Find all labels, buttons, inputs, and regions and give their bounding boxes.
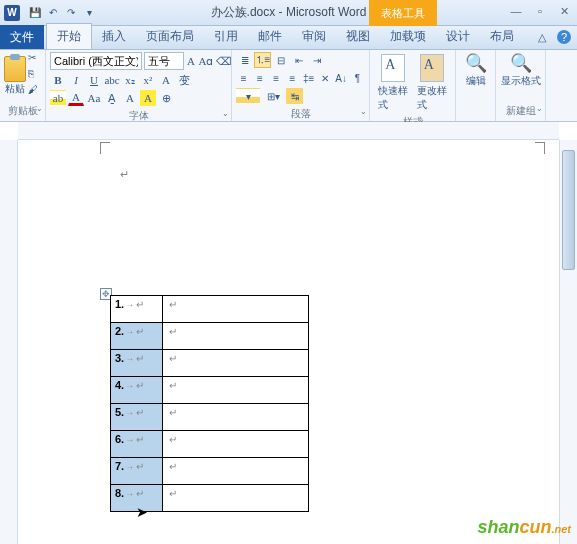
numbering-icon[interactable]: ⒈≡ [254,52,271,68]
horizontal-ruler[interactable] [18,122,559,140]
group-newgroup: 🔍 显示格式 新建组 [496,50,546,121]
strike-button[interactable]: abc [104,72,120,88]
tab-mailings[interactable]: 邮件 [248,24,292,49]
show-format-button[interactable]: 🔍 显示格式 [500,52,541,88]
scrollbar-thumb[interactable] [562,150,575,270]
minimize-ribbon-icon[interactable]: △ [535,30,549,44]
window-title: 办公族.docx - Microsoft Word [211,4,367,21]
redo-icon[interactable]: ↷ [64,6,78,20]
find-icon: 🔍 [465,52,487,74]
tab-insert[interactable]: 插入 [92,24,136,49]
group-paragraph: ≣ ⒈≡ ⊟ ⇤ ⇥ ≡ ≡ ≡ ≡ ‡≡ ✕ A↓ ¶ ▾ ⊞▾ ↹ 段落 [232,50,370,121]
italic-button[interactable]: I [68,72,84,88]
newgroup-label: 新建组 [500,103,541,119]
asian-layout-icon[interactable]: A [140,90,156,106]
paragraph-group-label: 段落 [236,106,365,122]
line-spacing-icon[interactable]: ‡≡ [301,70,316,86]
undo-icon[interactable]: ↶ [46,6,60,20]
quick-styles-label: 快速样式 [378,84,409,112]
quick-styles-icon [381,54,405,82]
multilevel-icon[interactable]: ⊟ [272,52,289,68]
vertical-scrollbar[interactable] [559,140,577,544]
paste-label: 粘贴 [5,82,25,96]
align-right-icon[interactable]: ≡ [269,70,284,86]
tab-view[interactable]: 视图 [336,24,380,49]
underline-button[interactable]: U [86,72,102,88]
circle-char-icon[interactable]: ⊕ [158,90,174,106]
paste-button[interactable]: 粘贴 [4,52,26,100]
find-button[interactable]: 🔍 编辑 [460,52,491,88]
table-row: 4.→↵↵ [111,377,309,404]
copy-icon[interactable]: ⎘ [28,68,42,82]
text-effects-icon[interactable]: A [158,72,174,88]
table-row: 1.→↵↵ [111,296,309,323]
ribbon-tabs: 文件 开始 插入 页面布局 引用 邮件 审阅 视图 加载项 设计 布局 △ ? [0,26,577,50]
tab-home[interactable]: 开始 [46,23,92,49]
list-number: 8. [115,487,124,499]
highlight-icon[interactable]: ab [50,90,66,106]
group-clipboard: 粘贴 ✂ ⎘ 🖌 剪贴板 [0,50,46,121]
table-row: 3.→↵↵ [111,350,309,377]
clear-format-icon[interactable]: ⌫ [216,53,232,69]
quick-styles-button[interactable]: 快速样式 [374,52,413,114]
change-styles-label: 更改样式 [417,84,448,112]
format-painter-icon[interactable]: 🖌 [28,84,42,98]
clipboard-group-label: 剪贴板 [4,103,41,119]
tab-file[interactable]: 文件 [0,25,44,49]
list-number: 1. [115,298,124,310]
increase-indent-icon[interactable]: ⇥ [308,52,325,68]
superscript-button[interactable]: x² [140,72,156,88]
tabs-icon[interactable]: ↹ [286,88,303,104]
group-font: A Aɑ ⌫ B I U abc x₂ x² A 变 ab A Aa A̱ A … [46,50,232,121]
list-number: 4. [115,379,124,391]
help-icon[interactable]: ? [557,30,571,44]
list-number: 7. [115,460,124,472]
grow-font-icon[interactable]: A [186,53,196,69]
tab-references[interactable]: 引用 [204,24,248,49]
table-row: 2.→↵↵ [111,323,309,350]
table-row: 7.→↵↵ [111,458,309,485]
borders-icon[interactable]: ⊞▾ [261,88,285,104]
subscript-button[interactable]: x₂ [122,72,138,88]
char-border-icon[interactable]: A [122,90,138,106]
editing-label: 编辑 [466,74,486,88]
asian-align-icon[interactable]: ✕ [317,70,332,86]
sort-icon[interactable]: A↓ [334,70,349,86]
qat-more-icon[interactable]: ▾ [82,6,96,20]
quick-access-toolbar: 💾 ↶ ↷ ▾ [28,6,96,20]
enclose-char-icon[interactable]: A̱ [104,90,120,106]
minimize-icon[interactable]: — [509,4,523,18]
char-shading-icon[interactable]: Aa [86,90,102,106]
group-editing: 🔍 编辑 [456,50,496,121]
list-number: 3. [115,352,124,364]
show-format-icon: 🔍 [510,52,532,74]
table-row: 8.→↵↵ [111,485,309,512]
tab-table-design[interactable]: 设计 [436,24,480,49]
font-name-combo[interactable] [50,52,142,70]
font-color-icon[interactable]: A [68,90,84,106]
align-center-icon[interactable]: ≡ [252,70,267,86]
vertical-ruler[interactable] [0,140,18,544]
align-left-icon[interactable]: ≡ [236,70,251,86]
restore-icon[interactable]: ▫ [533,4,547,18]
phonetic-icon[interactable]: 变 [176,72,192,88]
justify-icon[interactable]: ≡ [285,70,300,86]
word-table[interactable]: 1.→↵↵ 2.→↵↵ 3.→↵↵ 4.→↵↵ 5.→↵↵ 6.→↵↵ 7.→↵… [110,295,309,512]
list-number: 6. [115,433,124,445]
change-styles-button[interactable]: 更改样式 [413,52,452,114]
change-case-icon[interactable]: Aɑ [198,53,214,69]
tab-addins[interactable]: 加载项 [380,24,436,49]
tab-page-layout[interactable]: 页面布局 [136,24,204,49]
cut-icon[interactable]: ✂ [28,52,42,66]
show-marks-icon[interactable]: ¶ [350,70,365,86]
close-icon[interactable]: ✕ [557,4,571,18]
tab-table-layout[interactable]: 布局 [480,24,524,49]
tab-review[interactable]: 审阅 [292,24,336,49]
save-icon[interactable]: 💾 [28,6,42,20]
document-page[interactable]: ↵ ✥ 1.→↵↵ 2.→↵↵ 3.→↵↵ 4.→↵↵ 5.→↵↵ 6.→↵↵ … [18,140,559,544]
bullets-icon[interactable]: ≣ [236,52,253,68]
decrease-indent-icon[interactable]: ⇤ [290,52,307,68]
font-size-combo[interactable] [144,52,184,70]
bold-button[interactable]: B [50,72,66,88]
shading-icon[interactable]: ▾ [236,88,260,104]
